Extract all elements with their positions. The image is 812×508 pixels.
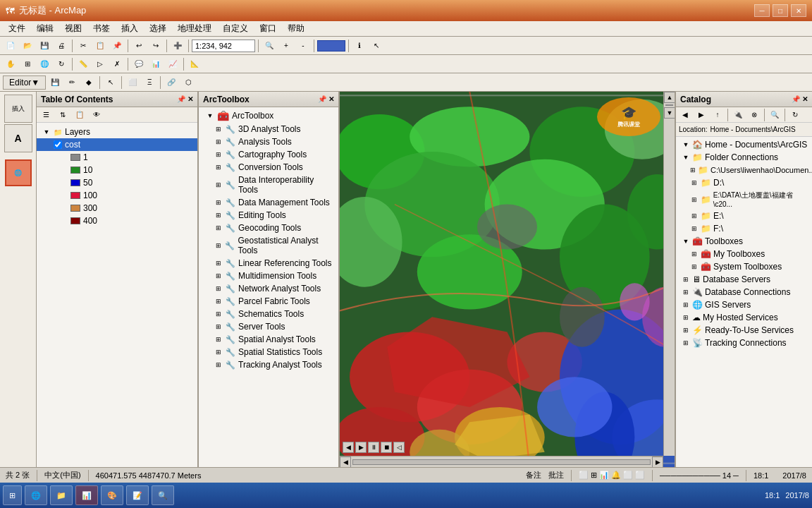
catalog-hosted-services[interactable]: ⊞ ☁ My Hosted Services: [676, 311, 812, 324]
map-area[interactable]: ◀ ▶ ⏸ ⏹ ◁ ◀ ▶ ▲ ▼ 🎓 腾讯课堂: [340, 92, 675, 467]
scale-input[interactable]: [192, 40, 255, 52]
paste-button[interactable]: 📌: [109, 39, 125, 53]
menu-insert[interactable]: 插入: [116, 21, 144, 36]
taskbar-app2[interactable]: 🎨: [101, 485, 123, 505]
pan-button[interactable]: ✋: [3, 57, 18, 71]
catalog-system-toolboxes[interactable]: ⊞ 🧰 System Toolboxes: [676, 260, 812, 273]
catalog-path-f[interactable]: ⊞ 📁 F:\: [676, 222, 812, 235]
toc-pin-button[interactable]: 📌: [177, 95, 185, 103]
toolbox-root[interactable]: ▼ 🧰 ArcToolbox: [199, 109, 338, 123]
clear-button[interactable]: ✗: [109, 57, 125, 71]
toolbox-spatial-stats[interactable]: ⊞ 🔧 Spatial Statistics Tools: [199, 346, 338, 358]
scroll-h-track[interactable]: [352, 459, 651, 465]
select-feature-button[interactable]: ▷: [92, 57, 108, 71]
annotate-text-icon[interactable]: A: [4, 124, 32, 152]
toolbox-network[interactable]: ⊞ 🔧 Network Analyst Tools: [199, 282, 338, 295]
zoom-out-button[interactable]: -: [295, 39, 311, 53]
add-data-button[interactable]: ➕: [170, 39, 185, 53]
map-scrollbar-horizontal[interactable]: ◀ ▶: [340, 456, 663, 467]
toolbox-expand-icon[interactable]: ▼: [206, 111, 214, 120]
save-edits-button[interactable]: 💾: [47, 75, 63, 90]
map-tip-button[interactable]: 💬: [131, 57, 147, 71]
attr-button[interactable]: 📊: [148, 57, 164, 71]
menu-edit[interactable]: 编辑: [31, 21, 59, 36]
catalog-home[interactable]: ▼ 🏠 Home - Documents\ArcGIS: [676, 138, 812, 151]
toolbox-cartography[interactable]: ⊞ 🔧 Cartography Tools: [199, 148, 338, 161]
catalog-path-e2[interactable]: ⊞ 📁 E:\: [676, 210, 812, 222]
toolbox-conversion[interactable]: ⊞ 🔧 Conversion Tools: [199, 161, 338, 174]
sketch-tool-button[interactable]: ✏: [64, 75, 80, 90]
toc-close-button[interactable]: ✕: [187, 95, 193, 103]
catalog-tracking-conn[interactable]: ⊞ 📡 Tracking Connections: [676, 337, 812, 349]
catalog-connect-button[interactable]: 🔌: [730, 108, 746, 122]
toolbox-interop[interactable]: ⊞ 🔧 Data Interoperability Tools: [199, 174, 338, 196]
cut-button[interactable]: ✂: [75, 39, 91, 53]
catalog-path-d[interactable]: ⊞ 📁 D:\: [676, 176, 812, 189]
map-scrollbar-vertical[interactable]: ▲ ▼: [663, 92, 675, 456]
editor-label[interactable]: Editor▼: [3, 75, 46, 90]
menu-selection[interactable]: 选择: [144, 21, 172, 36]
layers-expand-icon[interactable]: ▼: [42, 128, 51, 136]
zoom-button[interactable]: 🔍: [262, 39, 277, 53]
nav-pause-button[interactable]: ⏸: [368, 442, 379, 453]
maximize-button[interactable]: □: [773, 4, 788, 17]
cost-checkbox[interactable]: [54, 140, 62, 149]
close-button[interactable]: ✕: [791, 4, 806, 17]
toolbox-multidim[interactable]: ⊞ 🔧 Multidimension Tools: [199, 270, 338, 282]
toolbox-close-button[interactable]: ✕: [328, 95, 334, 103]
scroll-up-button[interactable]: ▲: [664, 92, 675, 103]
nav-play-button[interactable]: ▶: [355, 442, 367, 453]
taskbar-explorer[interactable]: 🌐: [25, 485, 47, 505]
zoom-full-button[interactable]: 🌐: [37, 57, 52, 71]
catalog-pin-button[interactable]: 📌: [792, 95, 800, 103]
toolbox-parcel[interactable]: ⊞ 🔧 Parcel Fabric Tools: [199, 295, 338, 308]
toolbox-geostat[interactable]: ⊞ 🔧 Geostatistical Analyst Tools: [199, 234, 338, 257]
layout-button[interactable]: 📐: [187, 57, 202, 71]
toolbox-spatial-analyst[interactable]: ⊞ 🔧 Spatial Analyst Tools: [199, 333, 338, 346]
toolbox-tracking[interactable]: ⊞ 🔧 Tracking Analyst Tools: [199, 358, 338, 371]
measure-button[interactable]: 📏: [75, 57, 91, 71]
toolbox-linearref[interactable]: ⊞ 🔧 Linear Referencing Tools: [199, 257, 338, 270]
status-annotate[interactable]: 备注: [526, 470, 541, 480]
graph-button[interactable]: 📈: [165, 57, 180, 71]
scroll-left-button[interactable]: ◀: [340, 456, 351, 468]
nav-prev-button[interactable]: ◀: [343, 442, 354, 453]
scroll-right-button[interactable]: ▶: [652, 456, 663, 468]
nav-next-button[interactable]: ◁: [393, 442, 405, 453]
identify-button[interactable]: ℹ: [352, 39, 367, 53]
toolbox-pin-button[interactable]: 📌: [318, 95, 326, 103]
catalog-db-connections[interactable]: ⊞ 🔌 Database Connections: [676, 286, 812, 298]
menu-view[interactable]: 视图: [59, 21, 87, 36]
taskbar-search[interactable]: 🔍: [152, 485, 174, 505]
catalog-my-toolboxes[interactable]: ⊞ 🧰 My Toolboxes: [676, 248, 812, 260]
toolbox-datamgmt[interactable]: ⊞ 🔧 Data Management Tools: [199, 196, 338, 209]
taskbar-folder[interactable]: 📁: [50, 485, 73, 505]
start-button[interactable]: ⊞: [3, 485, 22, 505]
menu-windows[interactable]: 窗口: [254, 21, 282, 36]
catalog-db-servers[interactable]: ⊞ 🖥 Database Servers: [676, 273, 812, 286]
copy-button[interactable]: 📋: [92, 39, 108, 53]
toc-list-button[interactable]: ☰: [38, 108, 54, 122]
edit-vertices-button[interactable]: ◆: [81, 75, 97, 90]
toc-layer-cost[interactable]: cost: [37, 138, 197, 151]
catalog-forward-button[interactable]: ▶: [694, 108, 709, 122]
zoom-extent-button[interactable]: ⊞: [20, 57, 35, 71]
toc-source-button[interactable]: 📋: [72, 108, 87, 122]
catalog-up-button[interactable]: ↑: [710, 108, 725, 122]
nav-stop-button[interactable]: ⏹: [381, 442, 392, 453]
create-features-button[interactable]: ⬜: [125, 75, 140, 90]
toolbox-analysis[interactable]: ⊞ 🔧 Analysis Tools: [199, 135, 338, 148]
catalog-folder-connections[interactable]: ▼ 📁 Folder Connections: [676, 151, 812, 164]
status-comment[interactable]: 批注: [548, 470, 564, 480]
menu-file[interactable]: 文件: [3, 21, 31, 36]
insert-icon[interactable]: 插入: [4, 95, 32, 123]
catalog-path-c[interactable]: ⊞ 📁 C:\Users\liwenhao\Documen...: [676, 164, 812, 176]
toc-visibility-button[interactable]: 👁: [89, 108, 104, 122]
catalog-ready-services[interactable]: ⊞ ⚡ Ready-To-Use Services: [676, 324, 812, 337]
minimize-button[interactable]: ─: [754, 4, 770, 17]
catalog-toolboxes[interactable]: ▼ 🧰 Toolboxes: [676, 235, 812, 248]
menu-customize[interactable]: 自定义: [217, 21, 254, 36]
toolbox-3d[interactable]: ⊞ 🔧 3D Analyst Tools: [199, 123, 338, 135]
select-elements-button[interactable]: ↖: [103, 75, 118, 90]
taskbar-app3[interactable]: 📝: [126, 485, 149, 505]
